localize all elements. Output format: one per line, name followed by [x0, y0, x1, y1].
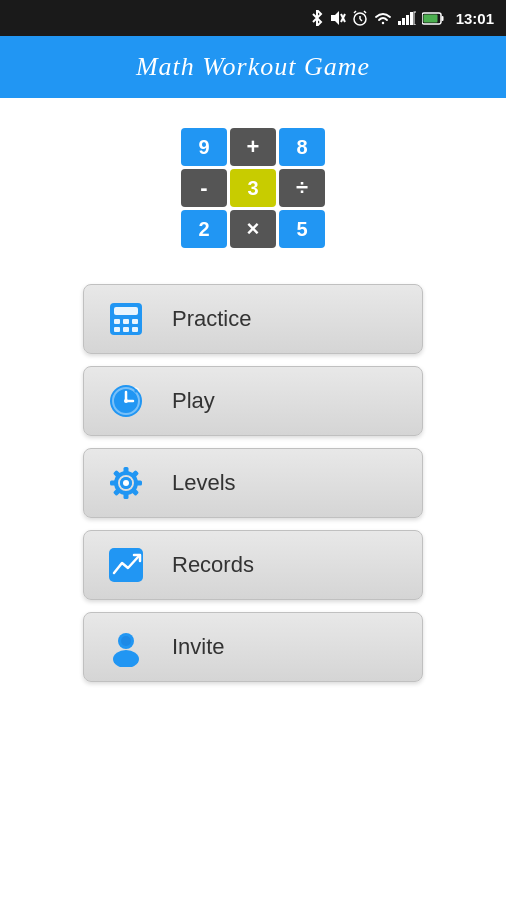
person-icon [104, 625, 148, 669]
practice-label: Practice [172, 306, 251, 332]
svg-point-41 [123, 480, 129, 486]
svg-rect-19 [123, 319, 129, 324]
svg-rect-20 [132, 319, 138, 324]
svg-line-7 [364, 11, 366, 13]
svg-rect-22 [123, 327, 129, 332]
mute-icon [330, 10, 346, 26]
grid-cell-3: 3 [230, 169, 276, 207]
svg-point-28 [124, 399, 128, 403]
menu-buttons: Practice Play [83, 284, 423, 682]
levels-label: Levels [172, 470, 236, 496]
svg-marker-0 [331, 11, 339, 25]
grid-cell-mul: × [230, 210, 276, 248]
svg-rect-21 [114, 327, 120, 332]
invite-label: Invite [172, 634, 225, 660]
grid-cell-2: 2 [181, 210, 227, 248]
records-label: Records [172, 552, 254, 578]
signal-icon [398, 11, 416, 25]
svg-point-45 [121, 636, 131, 646]
play-button[interactable]: Play [83, 366, 423, 436]
battery-icon [422, 12, 444, 25]
status-bar: 13:01 [0, 0, 506, 36]
practice-button[interactable]: Practice [83, 284, 423, 354]
grid-cell-9: 9 [181, 128, 227, 166]
app-title: Math Workout Game [136, 52, 370, 82]
svg-rect-12 [414, 12, 416, 25]
svg-rect-15 [423, 14, 437, 22]
grid-cell-plus: + [230, 128, 276, 166]
svg-rect-11 [410, 12, 413, 25]
clock: 13:01 [456, 10, 494, 27]
svg-line-6 [354, 11, 356, 13]
svg-rect-8 [398, 21, 401, 25]
svg-rect-9 [402, 18, 405, 25]
gear-icon [104, 461, 148, 505]
grid-cell-div: ÷ [279, 169, 325, 207]
svg-point-44 [113, 650, 139, 667]
calculator-icon [104, 297, 148, 341]
svg-rect-10 [406, 15, 409, 25]
grid-cell-minus: - [181, 169, 227, 207]
records-button[interactable]: Records [83, 530, 423, 600]
bluetooth-icon [310, 10, 324, 26]
alarm-icon [352, 10, 368, 26]
svg-line-5 [360, 19, 362, 21]
clock-icon [104, 379, 148, 423]
chart-icon [104, 543, 148, 587]
svg-rect-17 [114, 307, 138, 315]
levels-button[interactable]: Levels [83, 448, 423, 518]
math-grid: 9 + 8 - 3 ÷ 2 × 5 [181, 128, 325, 248]
svg-rect-14 [441, 16, 443, 21]
wifi-icon [374, 11, 392, 25]
svg-rect-18 [114, 319, 120, 324]
status-icons: 13:01 [310, 10, 494, 27]
app-header: Math Workout Game [0, 36, 506, 98]
main-content: 9 + 8 - 3 ÷ 2 × 5 Pra [0, 98, 506, 900]
grid-cell-8: 8 [279, 128, 325, 166]
grid-cell-5: 5 [279, 210, 325, 248]
svg-rect-23 [132, 327, 138, 332]
invite-button[interactable]: Invite [83, 612, 423, 682]
play-label: Play [172, 388, 215, 414]
